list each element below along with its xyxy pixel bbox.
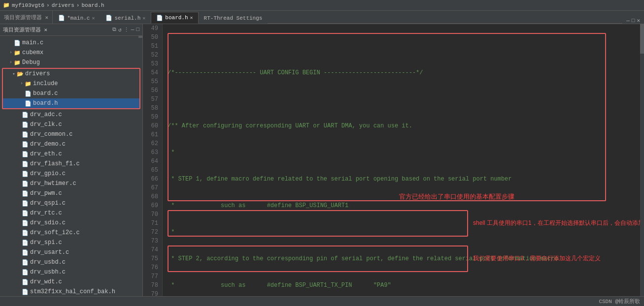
sidebar: 项目资源管理器 ✕ ⧉ ↺ ⋮ — □ 📄 main.c › 📁 cubemx … bbox=[0, 24, 143, 296]
sidebar-item-include[interactable]: › 📁 include bbox=[3, 79, 139, 89]
sidebar-item-drv-adc[interactable]: 📄 drv_adc.c bbox=[0, 110, 142, 120]
code-line-51 bbox=[168, 95, 639, 104]
file-c-icon: 📄 bbox=[22, 131, 29, 138]
arrow-icon bbox=[16, 279, 22, 284]
sidebar-item-drv-demo[interactable]: 📄 drv_demo.c bbox=[0, 139, 142, 149]
sidebar-item-drv-usbh[interactable]: 📄 drv_usbh.c bbox=[0, 267, 142, 277]
minimize-icon[interactable]: — bbox=[626, 18, 630, 24]
sidebar-header: 项目资源管理器 ✕ ⧉ ↺ ⋮ — □ bbox=[0, 24, 142, 36]
tab-serial-h[interactable]: 📄 serial.h ✕ bbox=[100, 12, 151, 24]
breadcrumb-item[interactable]: drivers bbox=[52, 2, 74, 8]
arrow-icon bbox=[16, 240, 22, 245]
tab-close-icon[interactable]: ✕ bbox=[142, 15, 145, 21]
arrow-icon: › bbox=[8, 60, 14, 65]
arrow-icon bbox=[16, 211, 22, 215]
code-line-55: * such as #define BSP_USING_UART1 bbox=[168, 201, 639, 210]
sidebar-item-drv-usart[interactable]: 📄 drv_usart.c bbox=[0, 247, 142, 257]
file-c-icon: 📄 bbox=[22, 181, 29, 187]
file-c-icon: 📄 bbox=[22, 112, 29, 118]
arrow-icon bbox=[16, 122, 22, 127]
tree-item-label: drv_flash_f1.c bbox=[30, 160, 80, 167]
close-window-icon[interactable]: ✕ bbox=[637, 17, 640, 24]
sidebar-item-drv-pwm[interactable]: 📄 drv_pwm.c bbox=[0, 188, 142, 198]
file-c-icon: 📄 bbox=[22, 141, 29, 148]
sidebar-item-drv-gpio[interactable]: 📄 drv_gpio.c bbox=[0, 169, 142, 179]
file-c-icon: 📄 bbox=[22, 269, 29, 275]
file-c-icon: 📄 bbox=[22, 249, 29, 256]
code-line-56: * bbox=[168, 228, 639, 237]
sidebar-item-drv-wdt[interactable]: 📄 drv_wdt.c bbox=[0, 277, 142, 287]
arrow-icon bbox=[16, 230, 22, 235]
sidebar-item-drv-eth[interactable]: 📄 drv_eth.c bbox=[0, 149, 142, 159]
sidebar-item-drv-sdio[interactable]: 📄 drv_sdio.c bbox=[0, 218, 142, 228]
arrow-icon bbox=[16, 289, 22, 294]
vertical-scrollbar[interactable] bbox=[640, 24, 644, 296]
breadcrumb-icon: 📁 bbox=[3, 2, 10, 8]
sidebar-item-drv-hwtimer[interactable]: 📄 drv_hwtimer.c bbox=[0, 179, 142, 188]
code-line-52: /** After configuring corresponding UART… bbox=[168, 122, 639, 130]
tree-item-label: drv_usbd.c bbox=[30, 259, 66, 266]
arrow-icon bbox=[16, 260, 22, 265]
file-c-icon: 📄 bbox=[22, 122, 29, 128]
arrow-icon: › bbox=[19, 81, 25, 86]
arrow-icon bbox=[16, 112, 22, 117]
arrow-icon bbox=[16, 152, 22, 156]
file-c-icon: 📄 bbox=[22, 279, 29, 285]
sidebar-item-drv-clk[interactable]: 📄 drv_clk.c bbox=[0, 120, 142, 129]
folder-icon: 📁 bbox=[14, 60, 21, 66]
maximize-icon[interactable]: □ bbox=[632, 18, 635, 24]
folder-open-icon: 📂 bbox=[17, 71, 24, 77]
maximize-sidebar-icon[interactable]: □ bbox=[136, 27, 139, 33]
tree-item-label: drv_usbh.c bbox=[30, 269, 66, 275]
file-c-icon: 📄 bbox=[22, 200, 29, 207]
tree-item-label: drv_soft_i2c.c bbox=[30, 229, 80, 236]
sync-icon[interactable]: ↺ bbox=[118, 27, 122, 33]
tab-label: board.h bbox=[165, 15, 188, 21]
arrow-icon bbox=[16, 161, 22, 166]
tree-item-label: drv_usart.c bbox=[30, 249, 69, 256]
sidebar-item-drv-usbd[interactable]: 📄 drv_usbd.c bbox=[0, 257, 142, 267]
sidebar-item-drv-rtc[interactable]: 📄 drv_rtc.c bbox=[0, 208, 142, 218]
arrow-icon bbox=[16, 220, 22, 225]
folder-icon: 📁 bbox=[14, 50, 21, 56]
code-line-50: /*----------------------- UART CONFIG BE… bbox=[168, 68, 639, 77]
sidebar-item-cubemx[interactable]: › 📁 cubemx bbox=[0, 48, 142, 58]
sidebar-item-stm32-hal[interactable]: 📄 stm32f1xx_hal_conf_bak.h bbox=[0, 287, 142, 296]
tab-label: RT-Thread Settings bbox=[204, 15, 263, 21]
sidebar-item-board-c[interactable]: 📄 board.c bbox=[3, 89, 139, 98]
tab-spacer bbox=[268, 23, 622, 24]
sidebar-item-drv-qspi[interactable]: 📄 drv_qspi.c bbox=[0, 198, 142, 208]
arrow-icon bbox=[16, 171, 22, 176]
breadcrumb-item[interactable]: board.h bbox=[81, 2, 104, 8]
tree-item-label: drv_pwm.c bbox=[30, 190, 62, 197]
tab-board-h[interactable]: 📄 board.h ✕ bbox=[151, 12, 198, 24]
sidebar-item-drv-flash[interactable]: 📄 drv_flash_f1.c bbox=[0, 159, 142, 169]
arrow-icon bbox=[16, 132, 22, 137]
code-line-49 bbox=[168, 42, 639, 51]
sidebar-item-drivers[interactable]: ▾ 📂 drivers bbox=[3, 69, 139, 79]
tab-close-icon[interactable]: ✕ bbox=[92, 15, 95, 21]
tab-close-icon[interactable]: ✕ bbox=[190, 15, 193, 21]
collapse-icon[interactable]: ⧉ bbox=[112, 27, 116, 33]
arrow-icon: ▾ bbox=[11, 71, 17, 77]
file-c-icon: 📄 bbox=[25, 91, 32, 97]
sidebar-item-debug[interactable]: › 📁 Debug bbox=[0, 58, 142, 67]
sidebar-item-drv-common[interactable]: 📄 drv_common.c bbox=[0, 129, 142, 139]
sidebar-item-board-h[interactable]: 📄 board.h bbox=[3, 98, 139, 108]
drivers-highlighted-box: ▾ 📂 drivers › 📁 include 📄 board.c 📄 boar… bbox=[2, 68, 140, 109]
folder-icon: 📁 bbox=[25, 81, 32, 87]
sidebar-item-drv-spi[interactable]: 📄 drv_spi.c bbox=[0, 238, 142, 247]
tab-rt-thread[interactable]: RT-Thread Settings bbox=[199, 12, 268, 24]
menu-icon[interactable]: ⋮ bbox=[124, 27, 129, 33]
minimize-sidebar-icon[interactable]: — bbox=[131, 27, 135, 33]
breadcrumb-item[interactable]: myf103vgt6 bbox=[12, 2, 44, 8]
sidebar-item-drv-soft-i2c[interactable]: 📄 drv_soft_i2c.c bbox=[0, 228, 142, 238]
tree-item-label: drv_eth.c bbox=[30, 151, 62, 157]
tree-item-label: drv_spi.c bbox=[30, 239, 62, 246]
tree-item-label: stm32f1xx_hal_conf_bak.h bbox=[30, 288, 115, 295]
line-numbers: 49 50 51 52 53 54 55 56 57 58 59 60 61 6… bbox=[143, 24, 163, 296]
tab-main-c[interactable]: 📄 *main.c ✕ bbox=[53, 12, 100, 24]
code-editor[interactable]: 49 50 51 52 53 54 55 56 57 58 59 60 61 6… bbox=[143, 24, 644, 296]
file-h-icon: 📄 bbox=[25, 100, 32, 107]
sidebar-item-main-c[interactable]: 📄 main.c bbox=[0, 38, 142, 48]
